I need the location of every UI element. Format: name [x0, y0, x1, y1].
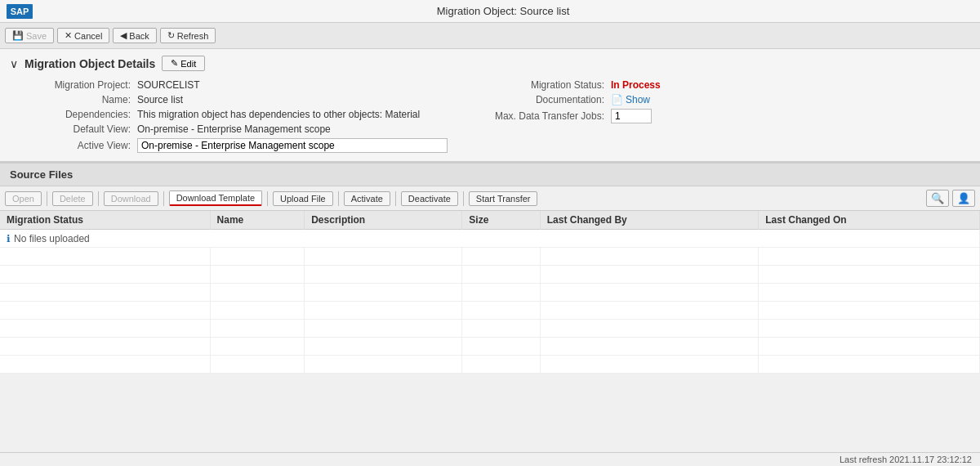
info-icon: ℹ [7, 233, 11, 244]
search-icon-button[interactable]: 🔍 [926, 190, 949, 207]
col-last-changed-by: Last Changed By [540, 211, 759, 230]
back-icon: ◀ [120, 30, 127, 41]
collapse-chevron[interactable]: ∨ [10, 57, 18, 70]
active-view-input[interactable] [137, 138, 448, 153]
table-row-4[interactable] [0, 284, 980, 302]
section-details-title: Migration Object Details [24, 57, 155, 70]
active-view-value [137, 138, 448, 153]
open-button[interactable]: Open [5, 191, 42, 206]
migration-status-label: Migration Status: [490, 79, 604, 91]
back-button[interactable]: ◀ Back [113, 28, 156, 43]
table-row-2[interactable] [0, 248, 980, 266]
dependencies-value: This migration object has dependencies t… [137, 109, 420, 120]
doc-icon: 📄 [611, 94, 623, 105]
max-jobs-label: Max. Data Transfer Jobs: [490, 110, 604, 122]
edit-button[interactable]: ✎ Edit [162, 56, 205, 71]
table-row-7[interactable] [0, 338, 980, 356]
separator-1 [47, 191, 47, 206]
default-view-label: Default View: [16, 123, 131, 135]
separator-5 [338, 191, 339, 206]
default-view-value: On-premise - Enterprise Management scope [137, 123, 331, 135]
separator-4 [267, 191, 268, 206]
refresh-button[interactable]: ↻ Refresh [160, 28, 216, 43]
table-row[interactable]: ℹ No files uploaded [0, 230, 980, 248]
no-files-message: No files uploaded [14, 233, 90, 244]
footer: Last refresh 2021.11.17 23:12:12 [0, 452, 980, 466]
migration-status-value: In Process [611, 79, 661, 91]
download-template-button[interactable]: Download Template [169, 190, 262, 206]
file-table: Migration Status Name Description Size L… [0, 211, 980, 374]
last-refresh: Last refresh 2021.11.17 23:12:12 [840, 455, 972, 464]
edit-icon: ✎ [171, 58, 178, 69]
documentation-value: 📄 Show [611, 94, 650, 105]
separator-3 [163, 191, 164, 206]
separator-6 [395, 191, 396, 206]
user-icon-button[interactable]: 👤 [952, 190, 975, 207]
table-row-3[interactable] [0, 266, 980, 284]
no-files-cell: ℹ No files uploaded [0, 230, 980, 248]
page-title: Migration Object: Source list [33, 5, 973, 17]
source-files-title: Source Files [0, 163, 980, 186]
table-row-6[interactable] [0, 320, 980, 338]
download-button[interactable]: Download [104, 191, 158, 206]
delete-button[interactable]: Delete [52, 191, 93, 206]
documentation-label: Documentation: [490, 94, 604, 105]
name-value: Source list [137, 94, 183, 105]
migration-project-label: Migration Project: [16, 79, 131, 91]
save-button[interactable]: 💾 Save [5, 28, 54, 43]
active-view-label: Active View: [16, 140, 131, 151]
col-name: Name [210, 211, 305, 230]
col-migration-status: Migration Status [0, 211, 210, 230]
table-row-5[interactable] [0, 302, 980, 320]
separator-2 [98, 191, 99, 206]
sap-logo: SAP [7, 4, 33, 19]
migration-project-value: SOURCELIST [137, 79, 200, 91]
col-size: Size [462, 211, 540, 230]
save-icon: 💾 [12, 30, 24, 41]
name-label: Name: [16, 94, 131, 105]
col-last-changed-on: Last Changed On [759, 211, 980, 230]
separator-7 [463, 191, 464, 206]
start-transfer-button[interactable]: Start Transfer [469, 191, 538, 206]
col-description: Description [305, 211, 462, 230]
deactivate-button[interactable]: Deactivate [401, 191, 458, 206]
cancel-icon: ✕ [65, 30, 72, 41]
documentation-show-link[interactable]: 📄 Show [611, 94, 650, 105]
max-jobs-value [611, 109, 652, 123]
max-jobs-input[interactable] [611, 109, 652, 123]
dependencies-label: Dependencies: [16, 109, 131, 120]
table-row-8[interactable] [0, 356, 980, 374]
refresh-icon: ↻ [167, 30, 175, 41]
cancel-button[interactable]: ✕ Cancel [57, 28, 109, 43]
upload-file-button[interactable]: Upload File [273, 191, 333, 206]
activate-button[interactable]: Activate [344, 191, 390, 206]
